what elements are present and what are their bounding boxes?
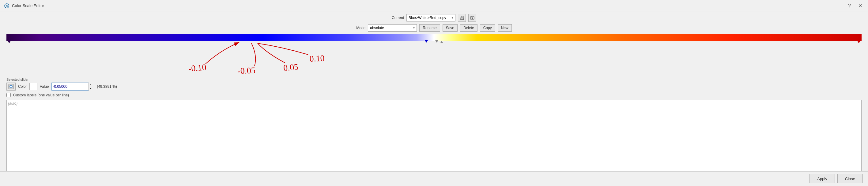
mode-label: Mode xyxy=(356,26,365,30)
mode-row: Mode absolute Rename Save Delete Copy Ne… xyxy=(6,24,862,32)
spin-down-button[interactable]: ▼ xyxy=(89,86,93,90)
bottom-bar: Apply Close xyxy=(0,171,868,186)
color-bar-wrapper xyxy=(6,34,862,41)
svg-text:C: C xyxy=(6,5,8,8)
delete-button[interactable]: Delete xyxy=(460,24,477,32)
svg-rect-3 xyxy=(461,16,463,18)
main-area: Current Blue>White>Red_copy xyxy=(0,11,868,171)
close-button[interactable]: Close xyxy=(837,174,863,183)
window-title: Color Scale Editor xyxy=(12,3,44,8)
svg-rect-4 xyxy=(460,18,463,19)
custom-labels-checkbox[interactable] xyxy=(6,93,11,97)
color-preview-swatch[interactable] xyxy=(29,83,37,90)
custom-labels-row: Custom labels (one value per line) xyxy=(6,93,862,97)
current-dropdown-wrapper[interactable]: Blue>White>Red_copy xyxy=(406,14,456,22)
mode-dropdown-wrapper[interactable]: absolute xyxy=(368,24,417,32)
blue-slider-marker[interactable] xyxy=(425,40,428,43)
save-icon-button[interactable] xyxy=(458,14,466,22)
apply-button[interactable]: Apply xyxy=(809,174,835,183)
white-slider-up[interactable] xyxy=(440,41,443,43)
textarea-placeholder: (auto) xyxy=(8,101,18,106)
new-button[interactable]: New xyxy=(498,24,512,32)
annotations-svg: -0.10 -0.05 0.05 0.10 xyxy=(6,41,862,78)
annotations-container: -0.10 -0.05 0.05 0.10 xyxy=(6,41,862,78)
svg-point-14 xyxy=(10,86,12,87)
white-slider-group xyxy=(435,40,443,43)
close-window-button[interactable]: ✕ xyxy=(856,3,864,9)
slider-props: Color Value ▲ ▼ (49.3891 %) xyxy=(6,83,862,90)
svg-text:-0.10: -0.10 xyxy=(188,62,207,73)
svg-text:0.10: 0.10 xyxy=(309,53,325,63)
app-icon: C xyxy=(4,3,9,8)
copy-button[interactable]: Copy xyxy=(480,24,495,32)
svg-text:-0.05: -0.05 xyxy=(237,65,256,76)
title-bar-controls: ? ✕ xyxy=(846,3,864,9)
white-slider-down[interactable] xyxy=(435,40,438,43)
value-input-wrapper: ▲ ▼ xyxy=(52,83,93,90)
current-dropdown[interactable]: Blue>White>Red_copy xyxy=(406,14,456,22)
spin-up-button[interactable]: ▲ xyxy=(89,83,93,86)
percent-label: (49.3891 %) xyxy=(97,84,117,89)
load-icon-button[interactable] xyxy=(468,14,476,22)
color-scale-editor-window: C Color Scale Editor ? ✕ Current Blue>Wh… xyxy=(0,0,868,186)
left-end-marker[interactable] xyxy=(8,41,11,43)
save-button[interactable]: Save xyxy=(442,24,458,32)
selected-slider-section: Selected slider Color Value ▲ ▼ xyxy=(6,78,862,90)
color-label: Color xyxy=(18,84,27,89)
color-swatch-button[interactable] xyxy=(6,83,16,90)
title-bar-left: C Color Scale Editor xyxy=(4,3,44,8)
color-bar[interactable] xyxy=(6,34,862,41)
rename-button[interactable]: Rename xyxy=(419,24,440,32)
mode-dropdown[interactable]: absolute xyxy=(368,24,417,32)
labels-textarea[interactable]: (auto) xyxy=(6,100,862,171)
right-end-marker[interactable] xyxy=(857,41,860,43)
value-input[interactable] xyxy=(52,84,89,89)
spin-buttons: ▲ ▼ xyxy=(89,83,93,90)
title-bar: C Color Scale Editor ? ✕ xyxy=(0,0,868,11)
help-button[interactable]: ? xyxy=(846,3,853,9)
current-label: Current xyxy=(392,16,404,20)
custom-labels-text: Custom labels (one value per line) xyxy=(13,93,69,97)
value-label: Value xyxy=(40,84,49,89)
svg-text:0.05: 0.05 xyxy=(283,62,299,73)
selected-slider-label: Selected slider xyxy=(6,78,862,81)
current-row: Current Blue>White>Red_copy xyxy=(6,14,862,22)
